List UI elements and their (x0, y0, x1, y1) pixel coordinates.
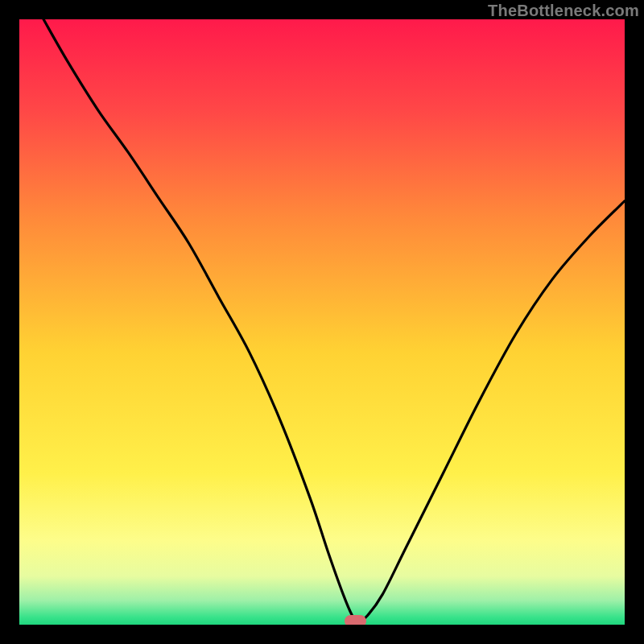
chart-frame: TheBottleneck.com (0, 0, 644, 644)
optimal-range-marker (345, 615, 366, 625)
watermark-text: TheBottleneck.com (488, 2, 639, 20)
background-gradient (19, 19, 625, 625)
svg-rect-0 (19, 19, 625, 625)
plot-area (19, 19, 625, 625)
